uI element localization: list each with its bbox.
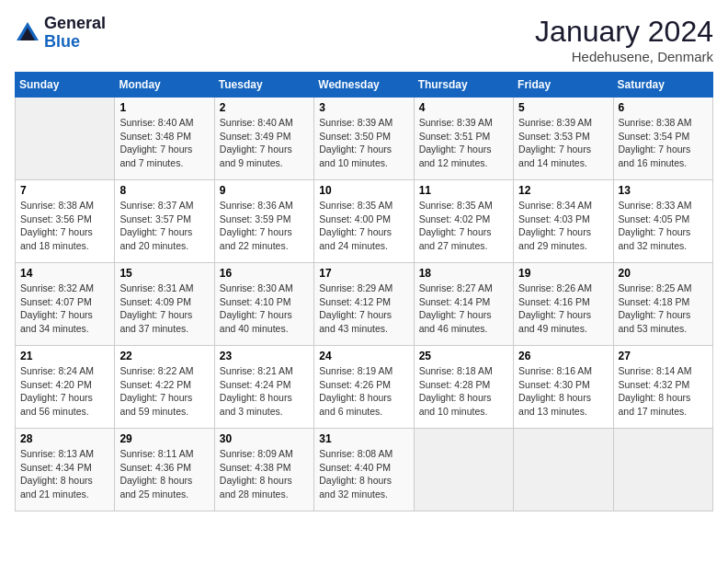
calendar-header-row: SundayMondayTuesdayWednesdayThursdayFrid…: [16, 73, 713, 98]
day-info: Sunrise: 8:29 AM Sunset: 4:12 PM Dayligh…: [319, 282, 408, 336]
day-number: 14: [20, 267, 109, 280]
day-number: 4: [419, 101, 508, 114]
day-number: 15: [119, 267, 209, 280]
calendar-week-5: 28Sunrise: 8:13 AM Sunset: 4:34 PM Dayli…: [16, 429, 713, 511]
month-title: January 2024: [535, 15, 713, 49]
calendar-cell: 31Sunrise: 8:08 AM Sunset: 4:40 PM Dayli…: [314, 429, 414, 511]
day-info: Sunrise: 8:35 AM Sunset: 4:00 PM Dayligh…: [319, 199, 408, 253]
calendar-cell: 3Sunrise: 8:39 AM Sunset: 3:50 PM Daylig…: [314, 98, 414, 180]
calendar-cell: 5Sunrise: 8:39 AM Sunset: 3:53 PM Daylig…: [514, 98, 613, 180]
calendar-cell: 21Sunrise: 8:24 AM Sunset: 4:20 PM Dayli…: [16, 346, 115, 429]
day-info: Sunrise: 8:24 AM Sunset: 4:20 PM Dayligh…: [20, 364, 109, 419]
day-info: Sunrise: 8:32 AM Sunset: 4:07 PM Dayligh…: [20, 282, 109, 336]
calendar-cell: 11Sunrise: 8:35 AM Sunset: 4:02 PM Dayli…: [414, 180, 513, 263]
header-day-wednesday: Wednesday: [314, 73, 414, 98]
day-number: 13: [619, 184, 708, 197]
day-info: Sunrise: 8:39 AM Sunset: 3:53 PM Dayligh…: [518, 116, 608, 170]
day-number: 24: [319, 350, 408, 362]
calendar-cell: 12Sunrise: 8:34 AM Sunset: 4:03 PM Dayli…: [514, 180, 613, 263]
day-info: Sunrise: 8:16 AM Sunset: 4:30 PM Dayligh…: [518, 364, 608, 419]
calendar-cell: 29Sunrise: 8:11 AM Sunset: 4:36 PM Dayli…: [115, 429, 214, 511]
day-number: 22: [119, 350, 209, 362]
calendar-cell: 24Sunrise: 8:19 AM Sunset: 4:26 PM Dayli…: [314, 346, 414, 429]
calendar-cell: 17Sunrise: 8:29 AM Sunset: 4:12 PM Dayli…: [314, 263, 414, 346]
header-day-saturday: Saturday: [613, 73, 712, 98]
calendar-week-4: 21Sunrise: 8:24 AM Sunset: 4:20 PM Dayli…: [16, 346, 713, 429]
day-info: Sunrise: 8:39 AM Sunset: 3:50 PM Dayligh…: [319, 116, 408, 170]
title-block: January 2024 Hedehusene, Denmark: [535, 15, 713, 64]
day-number: 16: [220, 267, 309, 280]
location: Hedehusene, Denmark: [535, 49, 713, 64]
calendar-cell: 4Sunrise: 8:39 AM Sunset: 3:51 PM Daylig…: [414, 98, 513, 180]
day-number: 2: [220, 101, 309, 114]
calendar-cell: [16, 98, 115, 180]
calendar-cell: 26Sunrise: 8:16 AM Sunset: 4:30 PM Dayli…: [514, 346, 613, 429]
day-number: 5: [518, 101, 608, 114]
page-header: General Blue January 2024 Hedehusene, De…: [15, 15, 713, 64]
day-info: Sunrise: 8:27 AM Sunset: 4:14 PM Dayligh…: [419, 282, 508, 336]
day-info: Sunrise: 8:30 AM Sunset: 4:10 PM Dayligh…: [220, 282, 309, 336]
day-info: Sunrise: 8:25 AM Sunset: 4:18 PM Dayligh…: [619, 282, 708, 336]
calendar-cell: 16Sunrise: 8:30 AM Sunset: 4:10 PM Dayli…: [214, 263, 313, 346]
calendar-week-2: 7Sunrise: 8:38 AM Sunset: 3:56 PM Daylig…: [16, 180, 713, 263]
logo: General Blue: [15, 15, 106, 52]
day-number: 28: [20, 432, 109, 445]
day-number: 3: [319, 101, 408, 114]
logo-blue: Blue: [44, 32, 80, 51]
day-number: 25: [419, 350, 508, 362]
calendar-cell: 1Sunrise: 8:40 AM Sunset: 3:48 PM Daylig…: [115, 98, 214, 180]
day-info: Sunrise: 8:11 AM Sunset: 4:36 PM Dayligh…: [119, 447, 209, 501]
header-day-thursday: Thursday: [414, 73, 513, 98]
calendar-cell: 8Sunrise: 8:37 AM Sunset: 3:57 PM Daylig…: [115, 180, 214, 263]
day-info: Sunrise: 8:22 AM Sunset: 4:22 PM Dayligh…: [119, 364, 209, 419]
day-number: 11: [419, 184, 508, 197]
calendar-cell: 6Sunrise: 8:38 AM Sunset: 3:54 PM Daylig…: [613, 98, 712, 180]
day-number: 7: [20, 184, 109, 197]
calendar-cell: 9Sunrise: 8:36 AM Sunset: 3:59 PM Daylig…: [214, 180, 313, 263]
day-number: 26: [518, 350, 608, 362]
day-number: 6: [619, 101, 708, 114]
day-number: 23: [220, 350, 309, 362]
calendar-cell: 28Sunrise: 8:13 AM Sunset: 4:34 PM Dayli…: [16, 429, 115, 511]
day-info: Sunrise: 8:34 AM Sunset: 4:03 PM Dayligh…: [518, 199, 608, 253]
day-info: Sunrise: 8:40 AM Sunset: 3:48 PM Dayligh…: [119, 116, 209, 170]
header-day-friday: Friday: [514, 73, 613, 98]
calendar-cell: 7Sunrise: 8:38 AM Sunset: 3:56 PM Daylig…: [16, 180, 115, 263]
calendar-cell: 23Sunrise: 8:21 AM Sunset: 4:24 PM Dayli…: [214, 346, 313, 429]
day-info: Sunrise: 8:38 AM Sunset: 3:56 PM Dayligh…: [20, 199, 109, 253]
day-info: Sunrise: 8:21 AM Sunset: 4:24 PM Dayligh…: [220, 364, 309, 419]
day-info: Sunrise: 8:36 AM Sunset: 3:59 PM Dayligh…: [220, 199, 309, 253]
calendar-week-3: 14Sunrise: 8:32 AM Sunset: 4:07 PM Dayli…: [16, 263, 713, 346]
calendar-cell: 20Sunrise: 8:25 AM Sunset: 4:18 PM Dayli…: [613, 263, 712, 346]
logo-icon: [15, 20, 40, 46]
calendar-cell: 22Sunrise: 8:22 AM Sunset: 4:22 PM Dayli…: [115, 346, 214, 429]
day-number: 19: [518, 267, 608, 280]
logo-text: General Blue: [44, 15, 106, 52]
calendar-cell: 30Sunrise: 8:09 AM Sunset: 4:38 PM Dayli…: [214, 429, 313, 511]
day-info: Sunrise: 8:31 AM Sunset: 4:09 PM Dayligh…: [119, 282, 209, 336]
day-number: 29: [119, 432, 209, 445]
day-info: Sunrise: 8:35 AM Sunset: 4:02 PM Dayligh…: [419, 199, 508, 253]
day-number: 9: [220, 184, 309, 197]
calendar-cell: 14Sunrise: 8:32 AM Sunset: 4:07 PM Dayli…: [16, 263, 115, 346]
day-info: Sunrise: 8:09 AM Sunset: 4:38 PM Dayligh…: [220, 447, 309, 501]
day-number: 8: [119, 184, 209, 197]
day-info: Sunrise: 8:39 AM Sunset: 3:51 PM Dayligh…: [419, 116, 508, 170]
day-info: Sunrise: 8:33 AM Sunset: 4:05 PM Dayligh…: [619, 199, 708, 253]
day-number: 12: [518, 184, 608, 197]
calendar-cell: [613, 429, 712, 511]
calendar-cell: 19Sunrise: 8:26 AM Sunset: 4:16 PM Dayli…: [514, 263, 613, 346]
day-number: 17: [319, 267, 408, 280]
calendar-cell: 27Sunrise: 8:14 AM Sunset: 4:32 PM Dayli…: [613, 346, 712, 429]
calendar-cell: 13Sunrise: 8:33 AM Sunset: 4:05 PM Dayli…: [613, 180, 712, 263]
day-number: 31: [319, 432, 408, 445]
day-info: Sunrise: 8:19 AM Sunset: 4:26 PM Dayligh…: [319, 364, 408, 419]
day-info: Sunrise: 8:38 AM Sunset: 3:54 PM Dayligh…: [619, 116, 708, 170]
day-number: 1: [119, 101, 209, 114]
day-number: 30: [220, 432, 309, 445]
header-day-tuesday: Tuesday: [214, 73, 313, 98]
day-number: 18: [419, 267, 508, 280]
day-number: 27: [619, 350, 708, 362]
day-info: Sunrise: 8:08 AM Sunset: 4:40 PM Dayligh…: [319, 447, 408, 501]
calendar-cell: 10Sunrise: 8:35 AM Sunset: 4:00 PM Dayli…: [314, 180, 414, 263]
